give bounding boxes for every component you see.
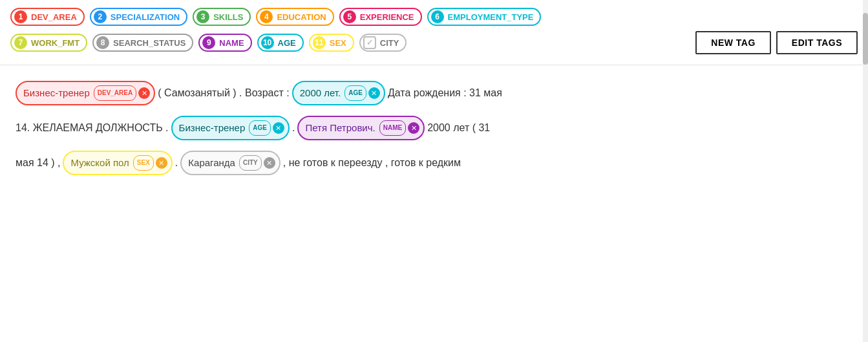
tag-chip-8[interactable]: 8 SEARCH_STATUS [92,34,193,52]
inline-tag-age-2[interactable]: Бизнес-тренер AGE ✕ [171,116,290,140]
tag-num-11: 11 [313,36,326,49]
content-line-2-mid: . [292,118,295,138]
inline-tag-sex-1-text: Мужской пол [70,153,129,173]
content-line-3-end: , не готов к переезду , готов к редким [283,153,461,173]
tag-chip-city[interactable]: ✓ CITY [359,34,407,52]
inline-tag-age-1-text: 2000 лет. [300,83,341,103]
content-line-2-end: 2000 лет ( 31 [427,118,490,138]
tag-chip-7[interactable]: 7 WORK_FMT [10,34,87,52]
inline-tag-age-2-close[interactable]: ✕ [273,122,284,134]
edit-tags-button[interactable]: EDIT TAGS [776,31,858,54]
inline-tag-devarea-1-text: Бизнес-тренер [23,83,90,103]
content-line-3: мая 14 ) , Мужской пол SEX ✕ . Караганда… [16,151,852,175]
tag-label-city: CITY [380,38,399,48]
inline-tag-city-1[interactable]: Караганда CITY ✕ [180,151,280,175]
content-line-1-mid: ( Самозанятый ) . Возраст : [158,83,289,103]
inline-tag-name-1-text: Петя Петрович. [305,118,375,138]
content-line-3-start: мая 14 ) , [16,153,60,173]
inline-tag-devarea-1-badge: DEV_AREA [94,85,136,101]
inline-tag-sex-1-badge: SEX [133,155,154,171]
tag-chip-3[interactable]: 3 SKILLS [193,8,251,26]
inline-tag-devarea-1-close[interactable]: ✕ [138,87,150,99]
tags-row-2: 7 WORK_FMT 8 SEARCH_STATUS 9 NAME 10 AGE… [10,31,858,54]
tag-num-2: 2 [94,10,107,23]
tag-label-4: EDUCATION [277,12,326,22]
content-line-2-start: 14. ЖЕЛАЕМАЯ ДОЛЖНОСТЬ . [16,118,169,138]
inline-tag-age-1-close[interactable]: ✕ [368,87,380,99]
tag-num-5: 5 [343,10,356,23]
city-checkbox-icon: ✓ [363,36,376,49]
tag-label-1: DEV_AREA [31,12,77,22]
content-line-1: Бизнес-тренер DEV_AREA ✕ ( Самозанятый )… [16,81,852,105]
tag-num-10: 10 [261,36,274,49]
tag-label-7: WORK_FMT [31,38,79,48]
content-line-1-end: Дата рождения : 31 мая [388,83,502,103]
inline-tag-name-1-close[interactable]: ✕ [408,122,419,134]
top-bar: 1 DEV_AREA 2 SPECIALIZATION 3 SKILLS 4 E… [0,0,868,65]
tag-label-6: EMPLOYMENT_TYPE [448,12,534,22]
inline-tag-sex-1[interactable]: Мужской пол SEX ✕ [63,151,172,175]
inline-tag-name-1[interactable]: Петя Петрович. NAME ✕ [297,116,425,140]
inline-tag-city-1-badge: CITY [239,155,262,171]
tag-chip-6[interactable]: 6 EMPLOYMENT_TYPE [427,8,542,26]
tag-label-9: NAME [219,38,244,48]
tag-label-10: AGE [278,38,296,48]
inline-tag-sex-1-close[interactable]: ✕ [156,157,167,169]
inline-tag-devarea-1[interactable]: Бизнес-тренер DEV_AREA ✕ [16,81,155,105]
inline-tag-city-1-text: Караганда [188,153,235,173]
tag-chip-9[interactable]: 9 NAME [198,34,251,52]
inline-tag-age-1-badge: AGE [344,85,366,101]
tag-chip-10[interactable]: 10 AGE [257,34,304,52]
tag-num-1: 1 [14,10,27,23]
tags-row-1: 1 DEV_AREA 2 SPECIALIZATION 3 SKILLS 4 E… [10,8,858,26]
inline-tag-age-2-text: Бизнес-тренер [179,118,246,138]
tag-num-3: 3 [196,10,209,23]
inline-tag-name-1-badge: NAME [379,120,406,136]
tag-num-8: 8 [96,36,109,49]
tag-label-11: SEX [330,38,346,48]
content-line-3-mid: . [175,153,178,173]
content-area: Бизнес-тренер DEV_AREA ✕ ( Самозанятый )… [0,65,868,175]
inline-tag-age-2-badge: AGE [249,120,271,136]
tag-chip-2[interactable]: 2 SPECIALIZATION [90,8,187,26]
tag-chip-1[interactable]: 1 DEV_AREA [10,8,85,26]
tag-chip-4[interactable]: 4 EDUCATION [256,8,333,26]
tag-chip-5[interactable]: 5 EXPERIENCE [339,8,422,26]
tag-label-3: SKILLS [213,12,243,22]
tag-label-2: SPECIALIZATION [111,12,180,22]
tag-num-9: 9 [202,36,215,49]
tag-label-8: SEARCH_STATUS [113,38,185,48]
tag-num-6: 6 [431,10,444,23]
tag-num-4: 4 [260,10,273,23]
content-line-2: 14. ЖЕЛАЕМАЯ ДОЛЖНОСТЬ . Бизнес-тренер A… [16,116,852,140]
tag-chip-11[interactable]: 11 SEX [309,34,354,52]
tag-num-7: 7 [14,36,27,49]
tag-label-5: EXPERIENCE [360,12,414,22]
inline-tag-city-1-close[interactable]: ✕ [264,157,275,169]
inline-tag-age-1[interactable]: 2000 лет. AGE ✕ [292,81,385,105]
new-tag-button[interactable]: NEW TAG [695,31,771,54]
